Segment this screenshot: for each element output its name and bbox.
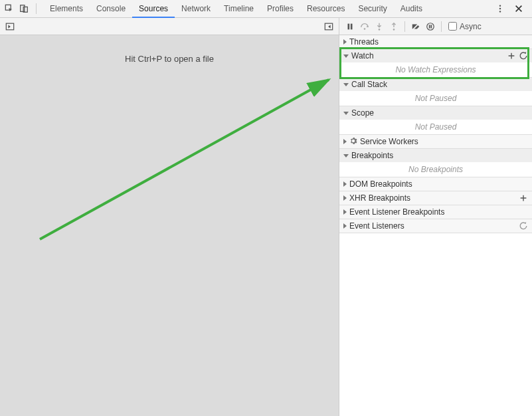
debugger-pane: Async Threads Watch No Wat xyxy=(339,18,532,416)
debug-toolbar: Async xyxy=(339,18,532,35)
event-listeners-section: Event Listeners xyxy=(339,219,532,233)
toggle-device-icon[interactable] xyxy=(17,2,31,15)
call-stack-label: Call Stack xyxy=(351,80,387,89)
refresh-watch-icon[interactable] xyxy=(519,51,528,60)
chevron-down-icon xyxy=(343,83,349,86)
svg-rect-14 xyxy=(429,25,430,28)
dom-breakpoints-header[interactable]: DOM Breakpoints xyxy=(339,177,532,191)
async-label: Async xyxy=(460,22,482,31)
dom-breakpoints-label: DOM Breakpoints xyxy=(349,179,412,189)
threads-header[interactable]: Threads xyxy=(339,35,532,49)
service-workers-header[interactable]: Service Workers xyxy=(339,135,532,148)
pause-icon[interactable] xyxy=(343,20,357,33)
breakpoints-section: Breakpoints No Breakpoints xyxy=(339,149,532,177)
chevron-down-icon xyxy=(343,112,349,115)
tab-profiles[interactable]: Profiles xyxy=(260,0,300,18)
chevron-right-icon xyxy=(343,39,347,45)
watch-body: No Watch Expressions xyxy=(339,62,532,77)
threads-section: Threads xyxy=(339,35,532,49)
event-listener-breakpoints-label: Event Listener Breakpoints xyxy=(349,207,444,217)
show-debugger-icon[interactable] xyxy=(323,21,335,33)
inspect-element-icon[interactable] xyxy=(3,2,16,15)
breakpoints-label: Breakpoints xyxy=(351,151,393,160)
chevron-right-icon xyxy=(343,209,347,215)
tab-audits[interactable]: Audits xyxy=(394,0,429,18)
scope-section: Scope Not Paused xyxy=(339,106,532,135)
sources-toolbar xyxy=(0,18,339,35)
call-stack-header[interactable]: Call Stack xyxy=(339,78,532,91)
sources-left-pane: Hit Ctrl+P to open a file xyxy=(0,18,339,416)
step-into-icon[interactable] xyxy=(373,20,386,33)
editor-area[interactable]: Hit Ctrl+P to open a file xyxy=(0,35,339,416)
svg-rect-8 xyxy=(348,23,350,29)
watch-header[interactable]: Watch xyxy=(339,49,532,62)
step-out-icon[interactable] xyxy=(387,20,400,33)
tab-network[interactable]: Network xyxy=(175,0,217,18)
devtools-tabbar: Elements Console Sources Network Timelin… xyxy=(0,0,532,18)
event-listeners-header[interactable]: Event Listeners xyxy=(339,219,532,233)
watch-section: Watch No Watch Expressions xyxy=(339,49,532,78)
async-checkbox[interactable] xyxy=(448,22,457,31)
svg-point-5 xyxy=(499,11,501,12)
scope-header[interactable]: Scope xyxy=(339,106,532,120)
add-xhr-breakpoint-icon[interactable] xyxy=(519,193,528,203)
svg-rect-15 xyxy=(430,25,432,28)
divider xyxy=(36,3,37,14)
more-icon[interactable] xyxy=(493,2,507,15)
chevron-right-icon xyxy=(343,195,347,201)
svg-point-13 xyxy=(427,23,434,30)
deactivate-breakpoints-icon[interactable] xyxy=(409,20,422,33)
svg-rect-9 xyxy=(351,23,353,29)
tab-resources[interactable]: Resources xyxy=(300,0,351,18)
step-over-icon[interactable] xyxy=(358,20,371,33)
gear-icon xyxy=(349,137,357,147)
chevron-right-icon xyxy=(343,139,347,144)
refresh-event-listeners-icon[interactable] xyxy=(519,221,528,231)
chevron-down-icon xyxy=(343,154,349,157)
breakpoints-header[interactable]: Breakpoints xyxy=(339,149,532,162)
divider xyxy=(404,21,405,32)
tab-security[interactable]: Security xyxy=(351,0,393,18)
editor-hint: Hit Ctrl+P to open a file xyxy=(0,54,339,64)
breakpoints-body: No Breakpoints xyxy=(339,162,532,177)
service-workers-label: Service Workers xyxy=(360,137,418,146)
svg-point-12 xyxy=(393,29,395,31)
pause-on-exceptions-icon[interactable] xyxy=(424,20,437,33)
async-checkbox-wrap[interactable]: Async xyxy=(448,22,482,31)
svg-point-3 xyxy=(499,5,501,6)
xhr-breakpoints-section: XHR Breakpoints xyxy=(339,191,532,205)
svg-point-10 xyxy=(364,28,366,30)
add-watch-icon[interactable] xyxy=(507,51,516,60)
svg-point-4 xyxy=(499,8,501,9)
call-stack-section: Call Stack Not Paused xyxy=(339,78,532,106)
tab-console[interactable]: Console xyxy=(90,0,132,18)
watch-label: Watch xyxy=(351,51,374,60)
panel-tabs: Elements Console Sources Network Timelin… xyxy=(43,0,429,18)
chevron-right-icon xyxy=(343,223,347,229)
xhr-breakpoints-label: XHR Breakpoints xyxy=(349,193,410,203)
divider xyxy=(441,21,442,32)
service-workers-section: Service Workers xyxy=(339,135,532,149)
dom-breakpoints-section: DOM Breakpoints xyxy=(339,177,532,191)
tab-timeline[interactable]: Timeline xyxy=(217,0,260,18)
show-navigator-icon[interactable] xyxy=(4,21,16,33)
tab-sources[interactable]: Sources xyxy=(132,0,175,18)
close-icon[interactable] xyxy=(512,2,525,15)
chevron-down-icon xyxy=(343,54,349,58)
scope-body: Not Paused xyxy=(339,120,532,134)
svg-point-11 xyxy=(379,29,381,31)
scope-label: Scope xyxy=(351,108,374,118)
chevron-right-icon xyxy=(343,181,347,187)
event-listener-breakpoints-section: Event Listener Breakpoints xyxy=(339,205,532,219)
svg-rect-1 xyxy=(21,5,25,12)
event-listener-breakpoints-header[interactable]: Event Listener Breakpoints xyxy=(339,205,532,219)
tab-elements[interactable]: Elements xyxy=(43,0,90,18)
threads-label: Threads xyxy=(349,37,379,47)
call-stack-body: Not Paused xyxy=(339,91,532,106)
xhr-breakpoints-header[interactable]: XHR Breakpoints xyxy=(339,191,532,205)
event-listeners-label: Event Listeners xyxy=(349,221,404,231)
